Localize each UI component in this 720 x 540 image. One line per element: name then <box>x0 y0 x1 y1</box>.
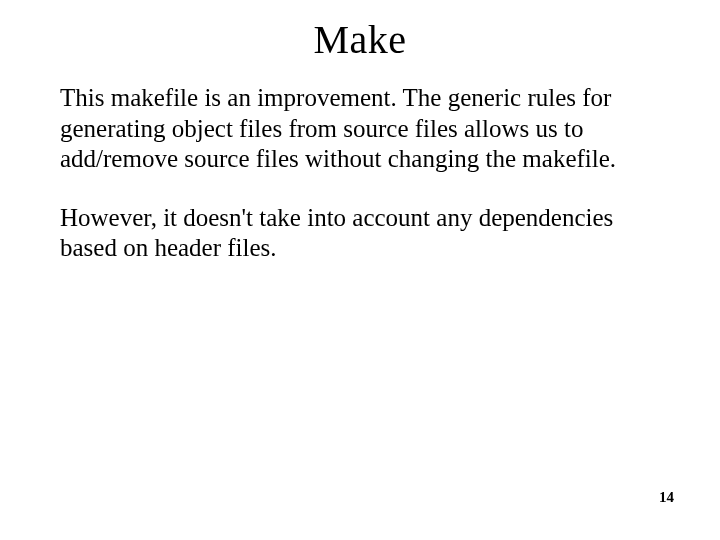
slide-title: Make <box>0 0 720 75</box>
body-paragraph-2: However, it doesn't take into account an… <box>60 203 660 264</box>
slide: Make This makefile is an improvement. Th… <box>0 0 720 540</box>
slide-body: This makefile is an improvement. The gen… <box>0 75 720 264</box>
page-number: 14 <box>659 489 674 506</box>
body-paragraph-1: This makefile is an improvement. The gen… <box>60 83 660 175</box>
